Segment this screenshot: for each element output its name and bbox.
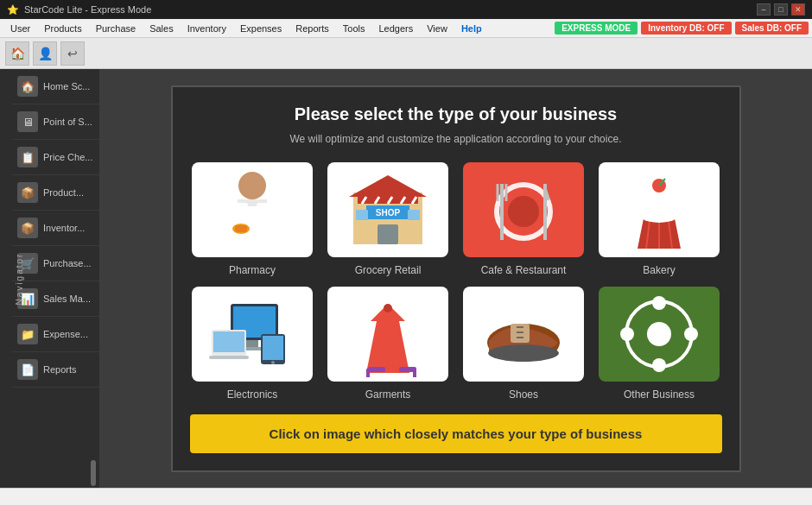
- sidebar-item-price-check[interactable]: 📋 Price Che...: [12, 140, 99, 175]
- svg-rect-47: [263, 336, 283, 360]
- electronics-label: Electronics: [227, 388, 278, 401]
- close-button[interactable]: ✕: [791, 3, 805, 16]
- sidebar-item-home[interactable]: 🏠 Home Sc...: [12, 69, 99, 104]
- svg-point-23: [508, 196, 539, 227]
- sales-db-badge: Sales DB: OFF: [735, 22, 809, 35]
- business-item-electronics[interactable]: Electronics: [190, 287, 315, 401]
- minimize-button[interactable]: –: [757, 3, 771, 16]
- price-check-icon: 📋: [17, 147, 38, 167]
- svg-rect-51: [368, 367, 385, 372]
- sidebar-pos-label: Point of S...: [43, 117, 92, 127]
- svg-point-3: [240, 174, 264, 198]
- svg-rect-52: [366, 369, 370, 377]
- toolbar-home-button[interactable]: 🏠: [5, 41, 29, 66]
- navigator-label: Navigator: [15, 252, 24, 305]
- svg-point-60: [488, 344, 559, 362]
- sidebar-reports-label: Reports: [43, 364, 77, 375]
- sidebar-item-expenses[interactable]: 📁 Expense...: [12, 317, 99, 352]
- svg-point-48: [271, 361, 275, 364]
- business-item-pharmacy[interactable]: Pharmacy: [190, 162, 315, 276]
- sidebar-item-reports[interactable]: 📄 Reports: [12, 352, 99, 388]
- business-item-bakery[interactable]: Bakery: [597, 162, 722, 276]
- menu-help[interactable]: Help: [454, 22, 489, 35]
- menu-reports[interactable]: Reports: [289, 22, 336, 35]
- other-image[interactable]: [599, 287, 720, 382]
- svg-rect-44: [213, 331, 244, 352]
- business-item-shoes[interactable]: Shoes: [461, 287, 587, 401]
- menu-expenses[interactable]: Expenses: [233, 22, 289, 35]
- business-type-dialog: Please select the type of your business …: [171, 85, 741, 472]
- toolbar-user-button[interactable]: 👤: [33, 41, 57, 66]
- svg-point-50: [384, 304, 392, 312]
- bakery-image[interactable]: [599, 162, 720, 257]
- sidebar-purchase-label: Purchase...: [43, 258, 92, 268]
- title-bar: ⭐ StarCode Lite - Express Mode – □ ✕: [0, 0, 812, 19]
- grocery-image[interactable]: SHOP: [327, 162, 448, 257]
- menu-sales[interactable]: Sales: [143, 22, 181, 35]
- cafe-image[interactable]: [463, 162, 584, 257]
- sidebar-price-label: Price Che...: [43, 152, 92, 162]
- menu-ledgers[interactable]: Ledgers: [371, 22, 420, 35]
- svg-rect-7: [235, 225, 247, 232]
- svg-rect-19: [356, 210, 368, 220]
- svg-marker-28: [545, 184, 550, 201]
- sidebar-items: 🏠 Home Sc... 🖥 Point of S... 📋 Price Che…: [12, 69, 99, 388]
- sidebar-item-products[interactable]: 📦 Product...: [12, 175, 99, 211]
- menu-inventory[interactable]: Inventory: [181, 22, 233, 35]
- other-label: Other Business: [624, 388, 695, 401]
- svg-point-36: [662, 193, 682, 213]
- svg-point-62: [652, 296, 666, 310]
- business-item-other[interactable]: Other Business: [597, 287, 722, 401]
- maximize-button[interactable]: □: [774, 3, 788, 16]
- content-area: Please select the type of your business …: [99, 69, 812, 488]
- sidebar-sales-label: Sales Ma...: [43, 294, 91, 304]
- svg-rect-5: [257, 203, 274, 237]
- sidebar-item-inventory[interactable]: 📦 Inventor...: [12, 211, 99, 246]
- svg-point-66: [647, 322, 671, 346]
- app-icon: ⭐: [7, 4, 19, 16]
- menu-tools[interactable]: Tools: [336, 22, 372, 35]
- toolbar: 🏠 👤 ↩: [0, 38, 812, 69]
- cafe-label: Cafe & Restaurant: [481, 264, 567, 276]
- svg-marker-49: [366, 304, 409, 373]
- business-item-cafe[interactable]: Cafe & Restaurant: [461, 162, 587, 276]
- business-grid: Pharmacy: [190, 162, 722, 401]
- menu-status: EXPRESS MODE Inventory DB: OFF Sales DB:…: [555, 22, 809, 35]
- bakery-label: Bakery: [643, 264, 675, 276]
- sidebar-item-sales[interactable]: 📊 Sales Ma...: [12, 281, 99, 317]
- shoes-label: Shoes: [509, 388, 538, 401]
- business-item-grocery[interactable]: SHOP Grocery Retail: [326, 162, 451, 276]
- sidebar-scrollbar[interactable]: [91, 460, 96, 486]
- menu-products[interactable]: Products: [37, 22, 88, 35]
- toolbar-back-button[interactable]: ↩: [60, 41, 85, 66]
- electronics-image[interactable]: [192, 287, 313, 382]
- status-bar: [0, 488, 812, 505]
- menu-view[interactable]: View: [420, 22, 454, 35]
- pharmacy-image[interactable]: [192, 162, 313, 257]
- garments-label: Garments: [365, 388, 411, 401]
- menu-user[interactable]: User: [3, 22, 37, 35]
- shoes-image[interactable]: [463, 287, 584, 382]
- svg-marker-9: [349, 175, 427, 197]
- sidebar-item-pos[interactable]: 🖥 Point of S...: [12, 104, 99, 140]
- menu-bar: User Products Purchase Sales Inventory E…: [0, 19, 812, 38]
- sidebar-inventory-label: Inventor...: [43, 223, 85, 233]
- select-business-type-button[interactable]: Click on image which closely matches you…: [190, 414, 722, 453]
- expenses-icon: 📁: [17, 324, 38, 344]
- home-icon: 🏠: [17, 76, 38, 97]
- window-title: StarCode Lite - Express Mode: [24, 4, 151, 15]
- svg-rect-45: [209, 356, 249, 359]
- menu-items: User Products Purchase Sales Inventory E…: [3, 22, 489, 35]
- garments-image[interactable]: [327, 287, 448, 382]
- svg-rect-18: [377, 224, 398, 244]
- express-mode-badge: EXPRESS MODE: [555, 22, 638, 35]
- sidebar-item-purchase[interactable]: 🛒 Purchase...: [12, 246, 99, 281]
- svg-point-63: [652, 358, 666, 372]
- svg-text:SHOP: SHOP: [376, 208, 401, 218]
- svg-rect-54: [413, 369, 416, 377]
- grocery-label: Grocery Retail: [355, 264, 422, 276]
- inventory-db-badge: Inventory DB: OFF: [641, 22, 731, 35]
- sidebar: Navigator 🏠 Home Sc... 🖥 Point of S... 📋…: [0, 69, 99, 488]
- business-item-garments[interactable]: Garments: [326, 287, 451, 401]
- menu-purchase[interactable]: Purchase: [89, 22, 143, 35]
